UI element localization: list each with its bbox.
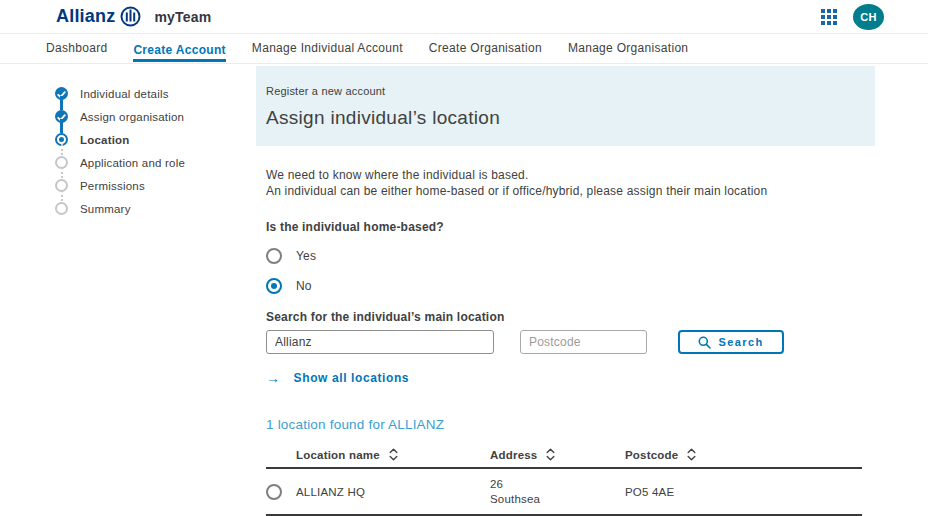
radio-yes-label: Yes [296,249,316,263]
search-icon [698,336,711,349]
nav-item-manage-individual-account[interactable]: Manage Individual Account [252,34,403,63]
intro-line-1: We need to know where the individual is … [266,168,528,182]
step-label: Summary [80,203,131,215]
step-label: Assign organisation [80,111,184,123]
app-header: Allianz myTeam CH [0,0,928,33]
radio-yes-control[interactable] [266,248,282,264]
step-individual-details[interactable]: Individual details [55,82,255,105]
column-label: Postcode [625,449,678,461]
page-title: Assign individual’s location [266,107,865,129]
radio-option-yes[interactable]: Yes [266,247,862,264]
column-address: Address [490,448,625,461]
step-assign-organisation[interactable]: Assign organisation [55,105,255,128]
step-application-and-role[interactable]: Application and role [55,151,255,174]
step-connector [61,167,63,178]
row-select-radio[interactable] [266,484,282,500]
column-label: Address [490,449,537,461]
step-label: Application and role [80,157,185,169]
nav-item-manage-organisation[interactable]: Manage Organisation [568,34,688,63]
row-select-cell [266,484,296,500]
show-all-locations-label: Show all locations [294,371,409,385]
apps-grid-icon[interactable] [821,9,838,25]
app-title: myTeam [154,9,211,25]
step-connector [60,96,63,110]
main-content: Register a new account Assign individual… [256,66,875,516]
sort-icon[interactable] [389,448,398,461]
step-label: Individual details [80,88,169,100]
nav-item-create-account[interactable]: Create Account [133,36,225,62]
wizard-stepper: Individual details Assign organisation L… [55,82,255,220]
arrow-right-icon: → [266,371,281,385]
table-header-row: Location name Address Postcode [266,442,862,469]
radio-no-control[interactable] [266,278,282,294]
header-right: CH [821,4,884,30]
step-connector [61,190,63,201]
location-search-row: Search [266,330,862,354]
step-connector [61,144,63,155]
column-postcode: Postcode [625,448,862,461]
step-connector [60,119,63,133]
step-summary[interactable]: Summary [55,197,255,220]
brand-name: Allianz [56,6,115,27]
brand: Allianz myTeam [56,6,211,27]
step-upcoming-icon [55,202,68,215]
table-row[interactable]: ALLIANZ HQ 26 Southsea PO5 4AE [266,469,862,516]
address-line-2: Southsea [490,493,540,505]
step-permissions[interactable]: Permissions [55,174,255,197]
intro-line-2: An individual can be either home-based o… [266,184,767,198]
show-all-locations-link[interactable]: → Show all locations [266,371,862,385]
user-avatar[interactable]: CH [853,4,884,30]
nav-item-create-organisation[interactable]: Create Organisation [429,34,542,63]
sort-icon[interactable] [546,448,555,461]
search-button-label: Search [718,336,763,348]
step-label: Permissions [80,180,145,192]
address-line-1: 26 [490,478,503,490]
step-location[interactable]: Location [55,128,255,151]
page-banner: Register a new account Assign individual… [256,66,875,146]
postcode-input[interactable] [520,330,647,354]
allianz-logo-icon [120,6,141,27]
banner-eyebrow: Register a new account [266,85,865,97]
results-summary: 1 location found for ALLIANZ [266,417,862,432]
column-label: Location name [296,449,380,461]
cell-location-name: ALLIANZ HQ [296,486,490,498]
radio-option-no[interactable]: No [266,277,862,294]
nav-item-dashboard[interactable]: Dashboard [46,34,107,63]
step-label: Location [80,134,130,146]
cell-postcode: PO5 4AE [625,486,862,498]
column-location-name: Location name [296,448,490,461]
locations-table: Location name Address Postcode [266,442,862,516]
main-nav: Dashboard Create Account Manage Individu… [0,33,928,64]
sort-icon[interactable] [687,448,696,461]
cell-address: 26 Southsea [490,477,625,507]
radio-no-label: No [296,279,312,293]
home-based-question: Is the individual home-based? [266,220,862,234]
search-button[interactable]: Search [678,330,784,354]
location-search-label: Search for the individual’s main locatio… [266,310,862,324]
intro-text: We need to know where the individual is … [266,167,862,199]
location-search-input[interactable] [266,330,494,354]
